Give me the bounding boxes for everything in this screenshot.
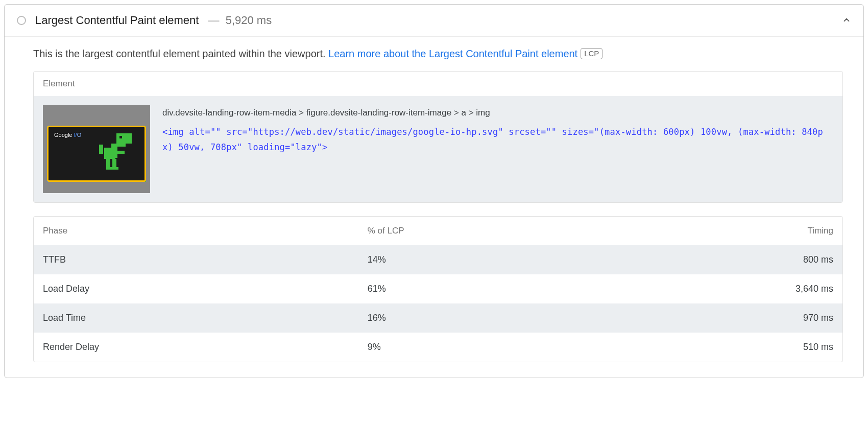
table-row: Render Delay 9% 510 ms [34,333,842,362]
pct-cell: 9% [358,333,598,362]
pct-cell: 61% [358,274,598,303]
chevron-up-icon[interactable] [842,15,851,26]
timing-cell: 800 ms [598,245,842,274]
timing-cell: 970 ms [598,303,842,333]
audit-title: Largest Contentful Paint element [35,14,199,27]
col-phase: Phase [34,217,358,245]
learn-more-link[interactable]: Learn more about the Largest Contentful … [328,48,577,59]
audit-header[interactable]: Largest Contentful Paint element — 5,920… [5,5,863,37]
element-thumbnail: Google I/O [43,105,150,193]
table-row: TTFB 14% 800 ms [34,245,842,274]
phase-table-header-row: Phase % of LCP Timing [34,217,842,245]
element-card: Element Google I/O [33,71,843,203]
table-row: Load Delay 61% 3,640 ms [34,274,842,303]
audit-description: This is the largest contentful element p… [33,48,843,60]
phase-cell: Load Delay [34,274,358,303]
pct-cell: 16% [358,303,598,333]
element-snippet: <img alt="" src="https://web.dev/static/… [162,124,833,155]
lcp-badge: LCP [581,48,602,59]
phase-cell: Load Time [34,303,358,333]
timing-cell: 510 ms [598,333,842,362]
element-code: div.devsite-landing-row-item-media > fig… [162,105,833,155]
audit-body: This is the largest contentful element p… [5,37,863,378]
timing-cell: 3,640 ms [598,274,842,303]
element-card-header: Element [34,72,842,96]
table-row: Load Time 16% 970 ms [34,303,842,333]
audit-panel: Largest Contentful Paint element — 5,920… [4,4,864,378]
audit-description-text: This is the largest contentful element p… [33,48,328,59]
element-card-body: Google I/O [34,96,842,202]
audit-display-value: — 5,920 ms [208,14,272,27]
phase-table: Phase % of LCP Timing TTFB 14% 800 ms Lo… [33,216,843,362]
dino-icon [99,133,135,174]
col-timing: Timing [598,217,842,245]
element-selector-path: div.devsite-landing-row-item-media > fig… [162,105,833,121]
phase-cell: TTFB [34,245,358,274]
informative-status-icon [17,16,26,25]
pct-cell: 14% [358,245,598,274]
col-pct: % of LCP [358,217,598,245]
phase-cell: Render Delay [34,333,358,362]
